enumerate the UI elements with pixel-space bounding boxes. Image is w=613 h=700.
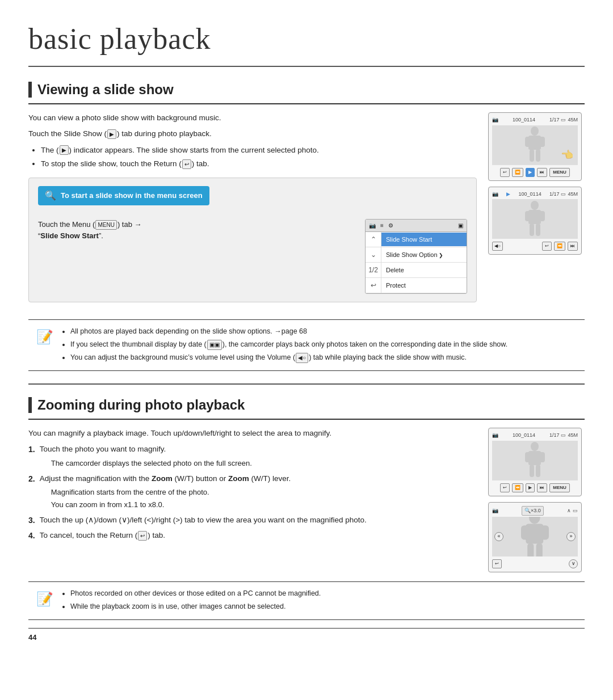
step2-sub2: You can zoom in from x1.1 to x8.0. <box>51 499 477 511</box>
device3-play-btn[interactable]: ▶ <box>526 483 535 492</box>
slideshow-callout-box: 🔍 To start a slide show in the menu scre… <box>28 178 477 302</box>
return-icon-step4: ↩ <box>138 531 147 541</box>
page-title: basic playback <box>28 17 585 67</box>
svg-rect-20 <box>521 525 529 539</box>
callout-banner: 🔍 To start a slide show in the menu scre… <box>38 186 209 205</box>
section2-device-images: 📷 100_0114 1/17 ▭ 45M <box>488 428 585 572</box>
device3-prev-btn[interactable]: ⏪ <box>512 483 523 492</box>
device1-camera-icon: 📷 <box>492 116 498 124</box>
device4-up-arrow: ∧ <box>567 507 571 515</box>
device2-memory-icon: ▭ <box>561 191 566 199</box>
device1-image-area: 👈 <box>492 125 578 165</box>
svg-rect-3 <box>539 137 545 147</box>
svg-rect-22 <box>527 543 534 557</box>
return-tab-icon: ↩ <box>182 159 191 169</box>
device2-return-btn[interactable]: ↩ <box>542 242 552 251</box>
svg-rect-2 <box>525 137 531 147</box>
device3-menu-btn[interactable]: MENU <box>549 483 570 492</box>
svg-point-18 <box>529 517 540 524</box>
note1-item2: If you select the thumbnail display by d… <box>70 339 507 350</box>
device4-right-arrow[interactable]: » <box>566 532 576 541</box>
device1-play-btn[interactable]: ▶ <box>526 168 535 177</box>
svg-rect-17 <box>536 465 540 477</box>
device2-top-right: 1/17 ▭ 45M <box>549 191 578 199</box>
svg-rect-11 <box>536 224 540 236</box>
section-divider <box>28 383 585 385</box>
section1-bullet-1: The (▶) indicator appears. The slide sho… <box>41 145 477 156</box>
section1-bullets: The (▶) indicator appears. The slide sho… <box>28 145 477 170</box>
device3-next-btn[interactable]: ⏭ <box>537 483 547 492</box>
menu-label-delete: Delete <box>381 263 467 277</box>
section1-device2: 📷 ▶ 100_0114 1/17 ▭ 45M <box>488 187 582 255</box>
device1-return-btn[interactable]: ↩ <box>500 168 510 177</box>
play-indicator-icon: ▶ <box>60 145 69 155</box>
svg-rect-9 <box>539 211 545 221</box>
note-icon-2: 📝 <box>36 589 53 609</box>
device2-camera-icon: 📷 <box>492 191 498 199</box>
note-icon-1: 📝 <box>36 327 53 347</box>
device1-silhouette <box>519 126 551 163</box>
device4-camera-icon: 📷 <box>492 507 498 515</box>
device1-top-right: 1/17 ▭ 45M <box>549 116 578 124</box>
device1-folder: 100_0114 <box>513 116 535 124</box>
callout-inner: Touch the Menu (MENU) tab → “Slide Show … <box>38 219 467 294</box>
note2-item2: While the playback zoom is in use, other… <box>70 601 321 612</box>
svg-rect-4 <box>530 149 534 162</box>
step-3: 3. Touch the up (∧)/down (∨)/left (<)/ri… <box>28 515 477 526</box>
step-1: 1. Touch the photo you want to magnify. … <box>28 444 477 470</box>
menu-camera-icon: 📷 <box>369 221 376 230</box>
section2-device3: 📷 100_0114 1/17 ▭ 45M <box>488 428 582 496</box>
device1-memory-icon: ▭ <box>561 116 566 124</box>
note2-item1: Photos recorded on other devices or thos… <box>70 588 321 599</box>
device4-down-arrow[interactable]: ∨ <box>569 559 578 568</box>
device2-prev-btn[interactable]: ⏪ <box>554 242 565 251</box>
volume-icon-inline: ◀○ <box>296 353 308 363</box>
device3-memory-icon: ▭ <box>561 432 566 440</box>
device3-time: 1/17 <box>549 432 560 440</box>
svg-rect-10 <box>530 224 534 236</box>
section1-device-images: 📷 100_0114 1/17 ▭ 45M <box>488 112 585 310</box>
menu-row-protect[interactable]: ↩ Protect <box>366 278 467 293</box>
section2-notes: 📝 Photos recorded on other devices or th… <box>28 581 585 620</box>
menu-gear-icon: ⚙ <box>388 221 393 230</box>
menu-row-slideshow-start[interactable]: ⌃ Slide Show Start <box>366 232 467 247</box>
menu-return-icon: ↩ <box>366 278 381 293</box>
device1-hand-cursor: 👈 <box>561 147 573 163</box>
device4-left-arrow[interactable]: « <box>494 532 503 541</box>
device1-top-bar: 📷 100_0114 1/17 ▭ 45M <box>492 116 578 124</box>
section1-note-content: All photos are played back depending on … <box>60 326 507 365</box>
section1-main: You can view a photo slide show with bac… <box>28 112 477 310</box>
menu-row-delete[interactable]: 1/2 Delete <box>366 263 467 278</box>
menu-up-arrow: ⌃ <box>366 232 381 247</box>
device4-return-btn[interactable]: ↩ <box>492 559 502 568</box>
section2-note-content: Photos recorded on other devices or thos… <box>60 588 321 614</box>
device3-return-btn[interactable]: ↩ <box>500 483 510 492</box>
device1-menu-btn[interactable]: MENU <box>549 168 570 177</box>
device4-nav-arrows: ∨ <box>569 559 578 568</box>
device2-bottom-bar: ◀○ ↩ ⏪ ⏭ <box>492 242 578 251</box>
device2-play-indicator: ▶ <box>506 191 510 199</box>
device2-image-area <box>492 199 578 239</box>
device2-next-btn[interactable]: ⏭ <box>568 242 578 251</box>
section1-content: You can view a photo slide show with bac… <box>28 112 585 310</box>
menu-down-arrow: ⌄ <box>366 247 381 262</box>
device1-prev-btn[interactable]: ⏪ <box>512 168 523 177</box>
device1-next-btn[interactable]: ⏭ <box>537 168 547 177</box>
menu-icon-inline: MENU <box>95 220 116 230</box>
step1-sub-bullets: The camcorder displays the selected phot… <box>40 458 477 469</box>
section1-notes: 📝 All photos are played back depending o… <box>28 319 585 371</box>
svg-rect-15 <box>539 452 545 462</box>
device2-speaker-btn[interactable]: ◀○ <box>492 242 503 251</box>
device3-bottom-bar: ↩ ⏪ ▶ ⏭ MENU <box>492 483 578 492</box>
device3-silhouette <box>519 442 551 479</box>
device3-camera-icon: 📷 <box>492 432 498 440</box>
svg-rect-8 <box>525 211 531 221</box>
svg-point-12 <box>531 442 539 451</box>
menu-row-slideshow-option[interactable]: ⌄ Slide Show Option <box>366 247 467 263</box>
device4-top-right: ∧ ▭ <box>567 507 578 515</box>
section1-intro: You can view a photo slide show with bac… <box>28 112 477 124</box>
device3-image-area <box>492 441 578 480</box>
device1-time: 1/17 <box>549 116 560 124</box>
section-slideshow: Viewing a slide show You can view a phot… <box>28 79 585 371</box>
section2-intro: You can magnify a playback image. Touch … <box>28 428 477 439</box>
